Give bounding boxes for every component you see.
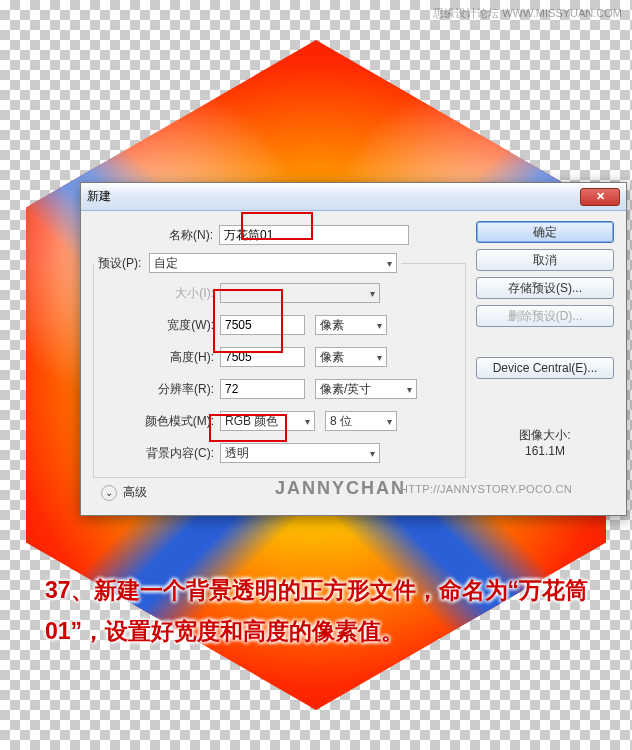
- name-label: 名称(N):: [93, 227, 219, 244]
- background-select[interactable]: 透明: [220, 443, 380, 463]
- height-unit-select[interactable]: 像素: [315, 347, 387, 367]
- color-mode-select[interactable]: RGB 颜色: [220, 411, 315, 431]
- close-button[interactable]: ✕: [580, 188, 620, 206]
- watermark-author: JANNYCHAN: [275, 478, 406, 499]
- background-label: 背景内容(C):: [94, 445, 220, 462]
- resolution-input[interactable]: [220, 379, 305, 399]
- dialog-left-panel: 名称(N): 预设(P): 自定 大小(I): 宽度(W): 像素: [93, 221, 466, 501]
- height-input[interactable]: [220, 347, 305, 367]
- image-size-block: 图像大小: 161.1M: [476, 427, 614, 458]
- bit-depth-select[interactable]: 8 位: [325, 411, 397, 431]
- delete-preset-button: 删除预设(D)...: [476, 305, 614, 327]
- step-caption: 37、新建一个背景透明的正方形文件，命名为“万花筒01”，设置好宽度和高度的像素…: [45, 570, 605, 653]
- preset-fieldset: 预设(P): 自定 大小(I): 宽度(W): 像素 高度(H):: [93, 253, 466, 478]
- new-document-dialog: 新建 ✕ 名称(N): 预设(P): 自定 大小(I): 宽度(W): [80, 182, 627, 516]
- resolution-unit-select[interactable]: 像素/英寸: [315, 379, 417, 399]
- width-label: 宽度(W):: [94, 317, 220, 334]
- name-input[interactable]: [219, 225, 409, 245]
- device-central-button[interactable]: Device Central(E)...: [476, 357, 614, 379]
- watermark-top: 思缘设计论坛 WWW.MISSYUAN.COM: [433, 6, 622, 21]
- height-label: 高度(H):: [94, 349, 220, 366]
- close-icon: ✕: [596, 190, 605, 203]
- preset-label: 预设(P):: [98, 256, 141, 270]
- dialog-right-panel: 确定 取消 存储预设(S)... 删除预设(D)... Device Centr…: [476, 221, 614, 501]
- save-preset-button[interactable]: 存储预设(S)...: [476, 277, 614, 299]
- ok-button[interactable]: 确定: [476, 221, 614, 243]
- image-size-label: 图像大小:: [476, 427, 614, 444]
- size-label: 大小(I):: [94, 285, 220, 302]
- color-mode-label: 颜色模式(M):: [94, 413, 220, 430]
- chevron-down-icon: ⌄: [101, 485, 117, 501]
- watermark-url: HTTP://JANNYSTORY.POCO.CN: [400, 483, 572, 495]
- advanced-label: 高级: [123, 484, 147, 501]
- size-select: [220, 283, 380, 303]
- width-input[interactable]: [220, 315, 305, 335]
- dialog-title: 新建: [87, 188, 111, 205]
- resolution-label: 分辨率(R):: [94, 381, 220, 398]
- width-unit-select[interactable]: 像素: [315, 315, 387, 335]
- dialog-titlebar[interactable]: 新建 ✕: [81, 183, 626, 211]
- image-size-value: 161.1M: [476, 444, 614, 458]
- cancel-button[interactable]: 取消: [476, 249, 614, 271]
- preset-select[interactable]: 自定: [149, 253, 397, 273]
